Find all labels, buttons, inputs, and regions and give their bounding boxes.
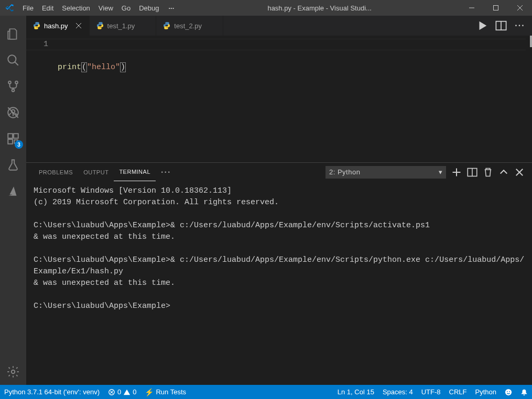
python-file-icon (96, 21, 104, 30)
warning-count: 0 (133, 388, 136, 396)
status-problems[interactable]: 0 0 (104, 385, 140, 399)
debug-icon[interactable] (0, 99, 26, 126)
menu-overflow-icon[interactable]: ··· (163, 0, 179, 16)
settings-gear-icon[interactable] (0, 359, 26, 385)
vscode-logo-icon (0, 3, 18, 13)
split-terminal-icon[interactable] (467, 167, 477, 178)
svg-rect-18 (8, 139, 13, 144)
split-editor-icon[interactable] (495, 20, 507, 31)
close-panel-icon[interactable] (514, 167, 525, 178)
svg-point-6 (8, 81, 11, 84)
bottom-panel: Problems Output Terminal ··· 2: Python ▾… (26, 162, 532, 385)
token-paren-close: ) (120, 62, 126, 72)
chevron-down-icon: ▾ (439, 168, 443, 176)
panel-tab-overflow-icon[interactable]: ··· (156, 163, 176, 181)
more-actions-icon[interactable]: ··· (514, 20, 526, 31)
status-spaces[interactable]: Spaces: 4 (378, 385, 417, 399)
azure-icon[interactable] (0, 178, 26, 204)
panel-tab-problems[interactable]: Problems (34, 163, 78, 181)
python-file-icon (162, 21, 171, 30)
menu-bar: File Edit Selection View Go Debug ··· (18, 0, 179, 16)
search-icon[interactable] (0, 47, 26, 73)
token-function: print (58, 63, 81, 72)
run-tests-label: Run Tests (156, 388, 186, 396)
status-feedback-icon[interactable] (501, 385, 516, 399)
editor-tabs: hash.py test_1.py × test_2.py × ··· (26, 16, 532, 36)
svg-point-20 (12, 370, 15, 374)
editor-actions: ··· (470, 16, 532, 36)
window-controls (460, 0, 532, 16)
status-ln-col[interactable]: Ln 1, Col 15 (333, 385, 378, 399)
menu-selection[interactable]: Selection (58, 0, 94, 16)
svg-point-36 (509, 391, 510, 392)
window-title: hash.py - Example - Visual Studi... (179, 4, 460, 12)
beaker-icon[interactable] (0, 152, 26, 178)
close-icon[interactable] (74, 21, 83, 30)
svg-rect-16 (8, 134, 13, 138)
run-icon[interactable] (476, 20, 488, 31)
bolt-icon: ⚡ (145, 388, 154, 396)
status-language[interactable]: Python (471, 385, 501, 399)
code-editor[interactable]: 1 print("hello") (26, 36, 532, 162)
warning-icon (123, 389, 131, 396)
menu-file[interactable]: File (18, 0, 38, 16)
explorer-icon[interactable] (0, 21, 26, 47)
activity-bar: 3 (0, 16, 26, 385)
tab-label: test_2.py (174, 22, 202, 30)
extensions-badge: 3 (15, 140, 23, 149)
svg-rect-1 (494, 6, 498, 10)
svg-line-12 (9, 113, 10, 115)
menu-edit[interactable]: Edit (38, 0, 58, 16)
svg-point-34 (505, 389, 512, 395)
status-run-tests[interactable]: ⚡ Run Tests (140, 385, 190, 399)
source-control-icon[interactable] (0, 73, 26, 99)
token-paren-open: ( (81, 62, 87, 72)
tab-test-2-py[interactable]: test_2.py × (156, 16, 223, 36)
panel-tab-terminal[interactable]: Terminal (114, 163, 156, 181)
svg-line-5 (15, 62, 18, 65)
tab-label: test_1.py (107, 22, 135, 30)
status-python-interpreter[interactable]: Python 3.7.1 64-bit ('env': venv) (0, 385, 104, 399)
menu-go[interactable]: Go (117, 0, 135, 16)
panel-tab-output[interactable]: Output (78, 163, 114, 181)
status-bar: Python 3.7.1 64-bit ('env': venv) 0 0 ⚡ … (0, 385, 532, 399)
panel-tabs: Problems Output Terminal ··· 2: Python ▾ (26, 163, 532, 181)
kill-terminal-icon[interactable] (483, 167, 493, 178)
svg-point-7 (15, 81, 18, 84)
menu-debug[interactable]: Debug (135, 0, 163, 16)
status-eol[interactable]: CRLF (445, 385, 471, 399)
tab-test-1-py[interactable]: test_1.py × (90, 16, 157, 36)
minimize-button[interactable] (460, 0, 484, 16)
extensions-icon[interactable]: 3 (0, 126, 26, 152)
token-string: "hello" (87, 63, 120, 72)
maximize-panel-icon[interactable] (498, 167, 509, 178)
error-icon (108, 389, 115, 396)
tab-label: hash.py (44, 22, 68, 30)
close-button[interactable] (508, 0, 532, 16)
status-encoding[interactable]: UTF-8 (417, 385, 445, 399)
menu-view[interactable]: View (94, 0, 117, 16)
line-gutter: 1 (26, 36, 58, 162)
status-notifications-icon[interactable] (516, 385, 532, 399)
new-terminal-icon[interactable] (451, 167, 462, 178)
python-file-icon (32, 21, 41, 30)
minimap-slider[interactable] (530, 36, 532, 47)
svg-point-8 (12, 89, 15, 92)
svg-rect-17 (14, 134, 18, 138)
code-content[interactable]: print("hello") (58, 36, 532, 162)
svg-point-35 (507, 391, 508, 392)
maximize-button[interactable] (484, 0, 508, 16)
terminal-output[interactable]: Microsoft Windows [Version 10.0.18362.11… (26, 181, 532, 385)
terminal-selector-label: 2: Python (329, 168, 360, 176)
svg-point-4 (8, 55, 16, 63)
tab-hash-py[interactable]: hash.py (26, 16, 90, 36)
terminal-selector[interactable]: 2: Python ▾ (325, 166, 446, 179)
error-count: 0 (117, 388, 121, 396)
title-bar: File Edit Selection View Go Debug ··· ha… (0, 0, 532, 16)
